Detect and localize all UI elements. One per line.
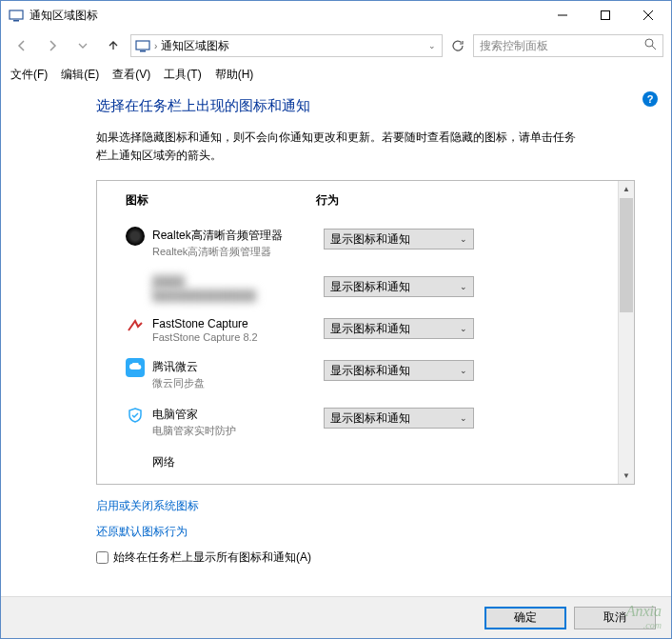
svg-point-8 (645, 39, 653, 47)
faststone-icon (126, 316, 145, 335)
search-input[interactable]: 搜索控制面板 (473, 34, 663, 57)
link-restore-defaults[interactable]: 还原默认图标行为 (96, 524, 652, 540)
window-title: 通知区域图标 (30, 8, 541, 24)
content-area: ? 选择在任务栏上出现的图标和通知 如果选择隐藏图标和通知，则不会向你通知更改和… (1, 88, 671, 566)
ok-button[interactable]: 确定 (484, 607, 566, 629)
always-show-label: 始终在任务栏上显示所有图标和通知(A) (113, 549, 311, 566)
table-row: 腾讯微云微云同步盘显示图标和通知⌄ (97, 350, 618, 398)
behavior-select[interactable]: 显示图标和通知⌄ (324, 408, 474, 429)
chevron-down-icon: ⌄ (460, 324, 467, 333)
svg-rect-6 (136, 41, 149, 50)
back-button[interactable] (9, 32, 35, 59)
behavior-select[interactable]: 显示图标和通知⌄ (324, 318, 474, 339)
breadcrumb-text: 通知区域图标 (161, 38, 229, 54)
forward-button[interactable] (39, 32, 66, 59)
links-section: 启用或关闭系统图标 还原默认图标行为 (96, 498, 652, 540)
page-description: 如果选择隐藏图标和通知，则不会向你通知更改和更新。若要随时查看隐藏的图标，请单击… (96, 129, 582, 165)
table-row: 网络 (97, 446, 618, 480)
menu-view[interactable]: 查看(V) (112, 67, 150, 83)
app-name: 腾讯微云 (152, 359, 324, 375)
app-subtitle: FastStone Capture 8.2 (152, 331, 324, 343)
menu-file[interactable]: 文件(F) (10, 67, 48, 83)
chevron-down-icon: ⌄ (460, 366, 467, 375)
scroll-down-icon[interactable]: ▼ (619, 468, 634, 484)
link-toggle-system-icons[interactable]: 启用或关闭系统图标 (96, 498, 652, 514)
app-icon (126, 274, 145, 293)
realtek-icon (126, 227, 145, 246)
monitor-icon (135, 38, 150, 53)
chevron-down-icon: ⌄ (460, 234, 467, 244)
nav-toolbar: › 通知区域图标 ⌄ 搜索控制面板 (1, 30, 671, 62)
svg-line-9 (652, 46, 656, 50)
help-icon[interactable]: ? (642, 91, 658, 107)
always-show-checkbox[interactable] (96, 551, 109, 564)
breadcrumb[interactable]: › 通知区域图标 ⌄ (130, 34, 443, 57)
app-name: Realtek高清晰音频管理器 (152, 228, 324, 244)
search-placeholder: 搜索控制面板 (480, 38, 548, 54)
table-row: 电脑管家电脑管家实时防护显示图标和通知⌄ (97, 398, 618, 446)
chevron-down-icon: ⌄ (460, 282, 467, 291)
table-header: 图标 行为 (97, 189, 618, 219)
app-icon (126, 453, 145, 472)
titlebar: 通知区域图标 (1, 1, 671, 30)
svg-rect-1 (13, 20, 19, 22)
close-button[interactable] (626, 2, 669, 30)
menu-help[interactable]: 帮助(H) (215, 67, 254, 83)
menu-edit[interactable]: 编辑(E) (61, 67, 99, 83)
pcmanager-icon (126, 406, 145, 425)
app-name: ████ (152, 275, 324, 289)
page-heading: 选择在任务栏上出现的图标和通知 (96, 97, 652, 115)
app-name: 电脑管家 (152, 407, 324, 423)
app-icon (9, 8, 24, 23)
app-name: FastStone Capture (152, 317, 324, 330)
behavior-select[interactable]: 显示图标和通知⌄ (324, 276, 474, 297)
menu-tools[interactable]: 工具(T) (164, 67, 201, 83)
table-row: ██████████████████显示图标和通知⌄ (97, 267, 618, 309)
always-show-checkbox-row: 始终在任务栏上显示所有图标和通知(A) (96, 549, 652, 566)
app-name: 网络 (152, 454, 324, 470)
header-icon: 图标 (126, 192, 316, 209)
svg-rect-0 (10, 10, 23, 19)
minimize-button[interactable] (541, 2, 583, 30)
header-behavior: 行为 (316, 192, 618, 209)
scroll-up-icon[interactable]: ▲ (619, 181, 634, 197)
search-icon (644, 38, 657, 53)
app-subtitle: ██████████████ (152, 290, 324, 301)
chevron-down-icon: ⌄ (460, 413, 467, 423)
tencent-weiyun-icon (126, 358, 145, 377)
scrollbar[interactable]: ▲ ▼ (618, 181, 634, 484)
app-subtitle: 微云同步盘 (152, 376, 324, 390)
behavior-select[interactable]: 显示图标和通知⌄ (324, 360, 474, 381)
svg-rect-7 (140, 50, 146, 52)
scroll-thumb[interactable] (620, 198, 633, 312)
icon-list-panel: 图标 行为 Realtek高清晰音频管理器Realtek高清晰音频管理器显示图标… (96, 180, 635, 485)
table-row: FastStone CaptureFastStone Capture 8.2显示… (97, 309, 618, 350)
cancel-button[interactable]: 取消 (574, 607, 656, 629)
app-subtitle: 电脑管家实时防护 (152, 424, 324, 438)
behavior-select[interactable]: 显示图标和通知⌄ (324, 229, 474, 250)
table-row: Realtek高清晰音频管理器Realtek高清晰音频管理器显示图标和通知⌄ (97, 219, 618, 267)
recent-dropdown[interactable] (69, 32, 96, 59)
breadcrumb-dropdown-icon[interactable]: ⌄ (426, 41, 438, 50)
up-button[interactable] (100, 32, 127, 59)
svg-rect-3 (601, 11, 609, 20)
maximize-button[interactable] (583, 2, 626, 30)
refresh-button[interactable] (446, 34, 469, 57)
footer-buttons: 确定 取消 (1, 596, 671, 638)
menubar: 文件(F) 编辑(E) 查看(V) 工具(T) 帮助(H) (1, 62, 671, 88)
app-subtitle: Realtek高清晰音频管理器 (152, 245, 324, 259)
chevron-right-icon: › (154, 41, 157, 51)
